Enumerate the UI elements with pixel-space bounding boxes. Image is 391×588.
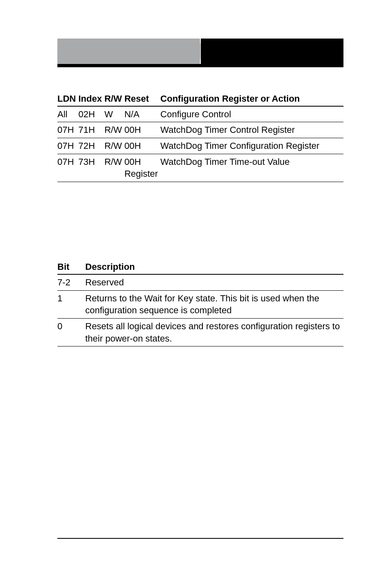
col-header-description: Description [85,260,343,274]
cell-bit: 7-2 [57,274,85,290]
table-row: 7-2 Reserved [57,274,343,290]
bit-table-header-row: Bit Description [57,260,343,274]
table-row: 07H 73H R/W 00H Register WatchDog Timer … [57,154,343,182]
cell-ldn: 07H [57,154,78,182]
register-table-header-row: LDN Index R/W Reset Configuration Regist… [57,92,343,106]
table-row: 0 Resets all logical devices and restore… [57,318,343,346]
cell-ldn: 07H [57,138,78,154]
table-row: 07H 72H R/W 00H WatchDog Timer Configura… [57,138,343,154]
cell-reset: 00H Register [124,154,160,182]
cell-config: WatchDog Timer Configuration Register [160,138,343,154]
register-table: LDN Index R/W Reset Configuration Regist… [57,92,343,182]
header-bar [57,39,343,64]
cell-ldn: All [57,106,78,122]
cell-reset: 00H [124,138,160,154]
col-header-bit: Bit [57,260,85,274]
cell-index: 73H [78,154,104,182]
content-area: LDN Index R/W Reset Configuration Regist… [57,67,343,346]
table-row: All 02H W N/A Configure Control [57,106,343,122]
col-header-ldn: LDN [57,92,78,106]
cell-bit: 0 [57,318,85,346]
cell-description: Resets all logical devices and restores … [85,318,343,346]
col-header-rw: R/W [105,92,125,106]
cell-index: 72H [78,138,104,154]
cell-config: WatchDog Timer Time-out Value [160,154,343,182]
col-header-reset: Reset [124,92,160,106]
cell-reset: N/A [124,106,160,122]
bit-description-table: Bit Description 7-2 Reserved 1 Returns t… [57,260,343,346]
cell-reset: 00H [124,122,160,138]
cell-index: 71H [78,122,104,138]
cell-config: Configure Control [160,106,343,122]
table-row: 07H 71H R/W 00H WatchDog Timer Control R… [57,122,343,138]
cell-rw: R/W [105,122,125,138]
header-right-block [201,39,343,64]
cell-ldn: 07H [57,122,78,138]
cell-bit: 1 [57,290,85,318]
col-header-index: Index [78,92,104,106]
table-row: 1 Returns to the Wait for Key state. Thi… [57,290,343,318]
col-header-config: Configuration Register or Action [160,92,343,106]
cell-rw: R/W [105,138,125,154]
header-left-block [57,39,200,64]
page: LDN Index R/W Reset Configuration Regist… [0,0,391,588]
cell-rw: W [105,106,125,122]
cell-rw: R/W [105,154,125,182]
cell-config: WatchDog Timer Control Register [160,122,343,138]
cell-index: 02H [78,106,104,122]
footer-rule [57,538,343,539]
bit-table-wrap: Bit Description 7-2 Reserved 1 Returns t… [57,260,343,346]
cell-description: Returns to the Wait for Key state. This … [85,290,343,318]
cell-description: Reserved [85,274,343,290]
